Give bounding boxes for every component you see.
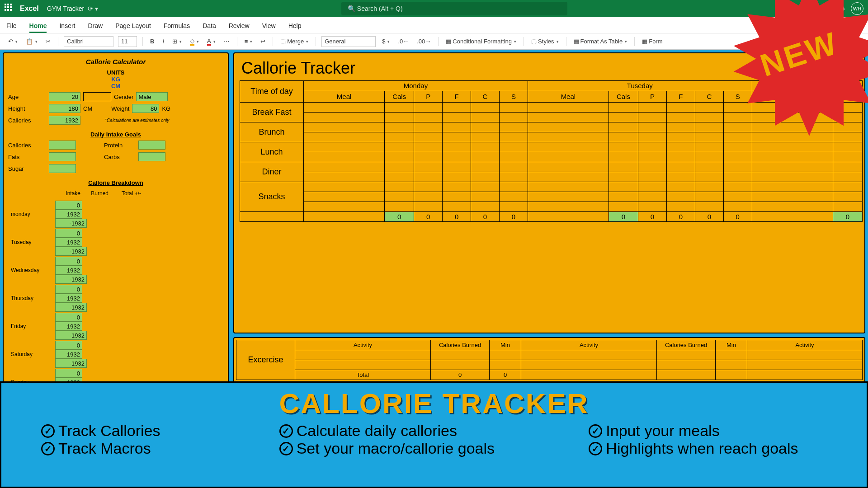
height-unit: CM bbox=[83, 105, 92, 112]
conditional-format-button[interactable]: ▦ Conditional Formatting bbox=[444, 37, 518, 46]
styles-button[interactable]: ▢ Styles bbox=[529, 37, 560, 46]
share-button[interactable]: Share ▾ bbox=[829, 21, 862, 31]
footer-item: ✓Set your macro/callorie goals bbox=[279, 440, 589, 457]
app-launcher-icon[interactable] bbox=[5, 4, 14, 14]
goals-header: Daily Intake Goals bbox=[8, 131, 223, 138]
calorie-calculator-panel: Callorie Calculator UNITS KG CM Age 20 G… bbox=[3, 52, 229, 396]
paste-button[interactable]: 📋 bbox=[24, 37, 39, 46]
footer-item: ✓Track Callories bbox=[41, 422, 279, 440]
goal-cal-input[interactable] bbox=[49, 141, 76, 150]
height-input[interactable]: 180 bbox=[49, 104, 80, 113]
save-state-icon[interactable]: ⟳ ▾ bbox=[88, 5, 98, 12]
format-painter-button[interactable]: ✂ bbox=[44, 37, 52, 46]
number-format-select[interactable]: General bbox=[321, 36, 376, 47]
menu-file[interactable]: File bbox=[6, 22, 17, 33]
tracker-grid[interactable]: Time of day Monday Tuseday Wed MealCalsP… bbox=[240, 80, 863, 222]
align-button[interactable]: ≡ bbox=[243, 37, 255, 46]
goal-pro-label: Protein bbox=[104, 142, 136, 149]
day-monday: Monday bbox=[304, 81, 528, 91]
weight-label: Weight bbox=[111, 105, 129, 112]
menu-help[interactable]: Help bbox=[288, 22, 302, 33]
search-input[interactable]: 🔍 Search (Alt + Q) bbox=[341, 2, 567, 15]
menu-view[interactable]: View bbox=[262, 22, 276, 33]
footer-item: ✓Track Macros bbox=[41, 440, 279, 457]
font-size-select[interactable]: 11 bbox=[118, 36, 137, 47]
undo-button[interactable]: ↶ bbox=[6, 37, 19, 46]
bold-button[interactable]: B bbox=[148, 37, 156, 46]
tracker-title: Callorie Tracker bbox=[240, 59, 863, 78]
menu-data[interactable]: Data bbox=[203, 22, 216, 33]
footer-item: ✓Highlights when reach goals bbox=[589, 440, 827, 457]
col-time-of-day: Time of day bbox=[240, 81, 304, 103]
cm-link[interactable]: CM bbox=[8, 83, 223, 89]
document-name[interactable]: GYM Tracker bbox=[47, 5, 84, 12]
menu-page-layout[interactable]: Page Layout bbox=[115, 22, 151, 33]
weight-unit: KG bbox=[162, 105, 170, 112]
menu-home[interactable]: Home bbox=[29, 22, 47, 33]
goal-sug-input[interactable] bbox=[49, 164, 76, 173]
exercise-label: Excercise bbox=[236, 340, 295, 380]
format-table-button[interactable]: ▦ Format As Table bbox=[572, 37, 629, 46]
titlebar: Excel GYM Tracker ⟳ ▾ 🔍 Search (Alt + Q)… bbox=[0, 0, 868, 17]
breakdown-table: IntakeBurnedTotal +/- bbox=[8, 189, 144, 198]
goal-cal-label: Callories bbox=[8, 142, 46, 149]
menu-review[interactable]: Review bbox=[229, 22, 250, 33]
border-button[interactable]: ⊞ bbox=[170, 37, 184, 46]
menu-formulas[interactable]: Formulas bbox=[164, 22, 190, 33]
premium-icon[interactable]: 💎 bbox=[811, 5, 818, 12]
toolbar: ↶ 📋 ✂ Calibri 11 B I ⊞ ◇ A ⋯ ≡ ↩ ⬚ Merge… bbox=[0, 33, 868, 50]
goal-carb-input[interactable] bbox=[138, 152, 165, 161]
merge-button[interactable]: ⬚ Merge bbox=[278, 37, 310, 46]
product-label: 365 bbox=[824, 5, 834, 12]
search-placeholder: Search (Alt + Q) bbox=[357, 5, 403, 12]
exercise-grid[interactable]: Excercise ActivityCalories BurnedMin Act… bbox=[236, 340, 863, 380]
kg-link[interactable]: KG bbox=[8, 76, 223, 83]
decimal-inc-button[interactable]: .00→ bbox=[415, 37, 433, 46]
breakdown-header: Callorie Breakdown bbox=[8, 179, 223, 186]
more-formatting-button[interactable]: ⋯ bbox=[222, 37, 231, 46]
calc-note: *Calculations are estimates only bbox=[105, 118, 169, 123]
fill-color-button[interactable]: ◇ bbox=[188, 37, 201, 47]
avatar[interactable]: WH bbox=[851, 2, 863, 15]
font-select[interactable]: Calibri bbox=[64, 36, 113, 47]
menu-bar: File Home Insert Draw Page Layout Formul… bbox=[0, 17, 868, 33]
gender-input[interactable]: Male bbox=[136, 92, 168, 101]
menu-insert[interactable]: Insert bbox=[59, 22, 75, 33]
height-label: Height bbox=[8, 105, 46, 112]
app-name: Excel bbox=[20, 5, 39, 13]
decimal-dec-button[interactable]: .0← bbox=[396, 37, 410, 46]
menu-draw[interactable]: Draw bbox=[88, 22, 103, 33]
calories-label: Callories bbox=[8, 117, 46, 124]
day-wednesday: Wed bbox=[752, 81, 862, 91]
gender-label: Gender bbox=[114, 94, 133, 100]
goal-fat-input[interactable] bbox=[49, 152, 76, 161]
calc-title: Callorie Calculator bbox=[8, 58, 223, 66]
day-tuesday: Tuseday bbox=[528, 81, 752, 91]
promo-footer: CALLORIE TRACKER ✓Track Callories✓Calcul… bbox=[0, 381, 868, 488]
footer-item: ✓Input your meals bbox=[589, 422, 827, 440]
calories-value: 1932 bbox=[49, 116, 80, 125]
goal-pro-input[interactable] bbox=[138, 141, 165, 150]
currency-button[interactable]: $ bbox=[380, 37, 392, 46]
italic-button[interactable]: I bbox=[160, 37, 166, 46]
weight-input[interactable]: 80 bbox=[132, 104, 159, 113]
goal-fat-label: Fats bbox=[8, 154, 46, 160]
wrap-text-button[interactable]: ↩ bbox=[259, 37, 267, 46]
settings-icon[interactable]: ⚙ bbox=[840, 5, 845, 12]
sheet-area: Callorie Calculator UNITS KG CM Age 20 G… bbox=[0, 50, 868, 399]
format-button[interactable]: ▦ Form bbox=[640, 37, 664, 46]
footer-title: CALLORIE TRACKER bbox=[14, 387, 854, 419]
goal-carb-label: Carbs bbox=[104, 154, 136, 160]
footer-item: ✓Calculate daily callories bbox=[279, 422, 589, 440]
breakdown-rows: monday01932-1932Tuseday01932-1932Wednesd… bbox=[8, 200, 148, 405]
age-extra-cell[interactable] bbox=[83, 92, 111, 101]
font-color-button[interactable]: A bbox=[205, 37, 217, 47]
units-label: UNITS bbox=[8, 69, 223, 76]
age-input[interactable]: 20 bbox=[49, 92, 80, 101]
tracker-panel: Callorie Tracker Time of day Monday Tuse… bbox=[233, 52, 865, 333]
goal-sug-label: Sugar bbox=[8, 165, 46, 172]
age-label: Age bbox=[8, 94, 46, 100]
